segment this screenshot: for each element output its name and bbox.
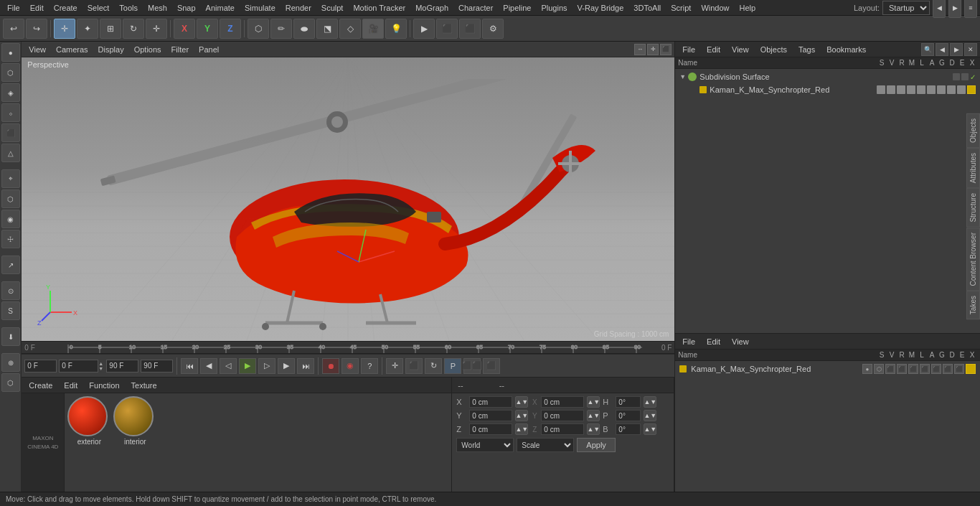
redo-btn[interactable]: ↪ (26, 19, 47, 39)
mat-texture-menu[interactable]: Texture (127, 380, 161, 390)
coord-z-btn[interactable]: ▲▼ (515, 423, 528, 435)
rotate-tool-btn[interactable]: ↻ (123, 19, 144, 39)
sidebar-mode-5[interactable]: △ (1, 144, 20, 162)
menu-snap[interactable]: Snap (173, 2, 200, 14)
next-key-btn[interactable]: ▷ (258, 358, 275, 374)
frame-up-btn[interactable]: ▲ (98, 361, 105, 366)
obj-status-heli-7[interactable] (937, 85, 946, 94)
spline-btn[interactable]: ✏ (270, 19, 292, 39)
sidebar-mode-0[interactable]: ● (1, 43, 20, 62)
viewport-panel-menu[interactable]: Panel (194, 44, 223, 55)
material-swatch-interior[interactable]: interior (113, 396, 156, 489)
sidebar-mode-9[interactable]: ☩ (1, 230, 20, 248)
render-view-btn[interactable]: ▶ (413, 19, 435, 39)
mat-create-menu[interactable]: Create (24, 380, 57, 390)
scene-icon-9[interactable]: ⬛ (954, 364, 964, 374)
coord-y-btn[interactable]: ▲▼ (515, 410, 528, 421)
viewport-corner-btn-3[interactable]: ⬛ (660, 44, 672, 55)
play-btn[interactable]: ▶ (239, 358, 256, 374)
sidebar-mode-14[interactable]: ⊕ (1, 353, 20, 372)
render-region-btn[interactable]: ⬛ (436, 19, 458, 39)
prev-frame-btn[interactable]: ◀ (200, 358, 217, 374)
undo-btn[interactable]: ↩ (3, 19, 24, 39)
obj-status-heli-8[interactable] (947, 85, 956, 94)
sidebar-mode-11[interactable]: ⊙ (1, 281, 20, 300)
edge-tab-takes[interactable]: Takes (966, 291, 980, 319)
prev-key-btn[interactable]: ◁ (220, 358, 237, 374)
menu-render[interactable]: Render (281, 2, 316, 14)
obj-close-icon[interactable]: ✕ (964, 43, 977, 56)
obj-status-heli-9[interactable] (957, 85, 966, 94)
sidebar-mode-8[interactable]: ◉ (1, 210, 20, 228)
coord-y-pos[interactable] (469, 410, 512, 421)
scene-edit-menu[interactable]: Edit (702, 337, 725, 347)
sidebar-mode-2[interactable]: ◈ (1, 83, 20, 102)
scene-icon-3[interactable]: ⬛ (885, 364, 895, 374)
obj-view-menu[interactable]: View (727, 44, 753, 55)
tl-tool-5[interactable]: ⬛⬛ (463, 358, 481, 374)
coord-scale-dropdown[interactable]: Scale (517, 438, 574, 452)
mat-function-menu[interactable]: Function (85, 380, 123, 390)
coord-b-angle-btn[interactable]: ▲▼ (644, 423, 656, 435)
viewport-display-menu[interactable]: Display (94, 44, 128, 55)
tl-tool-2[interactable]: ⬛ (405, 358, 423, 374)
timeline-end-frame-1[interactable] (106, 360, 138, 373)
sidebar-mode-15[interactable]: ⬡ (1, 373, 20, 392)
coord-z-pos2[interactable] (541, 423, 584, 435)
tl-tool-3[interactable]: ↻ (425, 358, 442, 374)
menu-simulate[interactable]: Simulate (240, 2, 280, 14)
layout-back-btn[interactable]: ◀ (933, 0, 946, 18)
axis-z-btn[interactable]: Z (220, 19, 241, 39)
scene-item-helicopter[interactable]: Kaman_K_Max_Synchropter_Red ● ⬡ ⬛ ⬛ ⬛ ⬛ … (677, 362, 979, 375)
select-tool-btn[interactable]: ✛ (54, 19, 75, 39)
axis-x-btn[interactable]: X (174, 19, 195, 39)
edge-tab-structure[interactable]: Structure (966, 188, 980, 228)
coord-world-dropdown[interactable]: World (456, 438, 514, 452)
next-frame-btn[interactable]: ▶ (278, 358, 295, 374)
coord-x-pos[interactable] (469, 396, 512, 408)
viewport-options-menu[interactable]: Options (130, 44, 166, 55)
obj-file-menu[interactable]: File (678, 44, 699, 55)
scene-yellow-icon[interactable] (966, 364, 976, 374)
obj-edit-menu[interactable]: Edit (702, 44, 725, 55)
coord-b-btn[interactable]: ▲▼ (587, 423, 600, 435)
scene-icon-4[interactable]: ⬛ (897, 364, 907, 374)
coord-h-angle[interactable] (616, 396, 641, 408)
obj-fwd-icon[interactable]: ▶ (950, 43, 963, 56)
edge-tab-content-browser[interactable]: Content Browser (966, 228, 980, 291)
tl-tool-4[interactable]: P (444, 358, 461, 374)
obj-item-subdivision[interactable]: ▼ Subdivision Surface ✓ (677, 70, 979, 83)
viewport-view-menu[interactable]: View (24, 44, 50, 55)
menu-sculpt[interactable]: Sculpt (317, 2, 348, 14)
sidebar-mode-13[interactable]: ⬇ (1, 327, 20, 346)
viewport-canvas[interactable]: X Y Z Perspective Grid Spacing : 1000 cm (22, 57, 674, 341)
axis-y-btn[interactable]: Y (197, 19, 218, 39)
obj-status-dot-2[interactable] (961, 73, 969, 80)
coord-b-angle[interactable] (616, 423, 641, 435)
tl-tool-1[interactable]: ✛ (386, 358, 403, 374)
obj-status-heli-5[interactable] (917, 85, 925, 94)
menu-mograph[interactable]: MoGraph (411, 2, 453, 14)
obj-search-icon[interactable]: 🔍 (921, 43, 934, 56)
obj-status-heli-6[interactable] (927, 85, 936, 94)
auto-keyframe-btn[interactable]: ◉ (341, 358, 359, 374)
material-swatch-exterior[interactable]: exterior (67, 396, 110, 489)
camera-btn[interactable]: 🎥 (362, 19, 384, 39)
obj-expand-arrow[interactable]: ▼ (679, 73, 685, 80)
render-all-btn[interactable]: ⬛ (459, 19, 481, 39)
edge-tab-attributes[interactable]: Attributes (966, 148, 980, 188)
edge-tab-objects[interactable]: Objects (966, 113, 980, 148)
deform-btn[interactable]: ⬔ (316, 19, 338, 39)
sidebar-mode-3[interactable]: ⬦ (1, 103, 20, 122)
scene-icon-1[interactable]: ● (862, 364, 872, 374)
viewport-corner-btn-1[interactable]: ↔ (634, 44, 646, 55)
keyframe-help-btn[interactable]: ? (361, 358, 378, 374)
coord-p-angle-btn[interactable]: ▲▼ (644, 410, 656, 421)
render-settings-btn[interactable]: ⚙ (482, 19, 504, 39)
sidebar-mode-12[interactable]: S (1, 301, 20, 320)
timeline-current-frame[interactable] (59, 360, 98, 373)
goto-start-btn[interactable]: ⏮ (181, 358, 198, 374)
nurbs-btn[interactable]: ⬬ (293, 19, 315, 39)
menu-select[interactable]: Select (83, 2, 114, 14)
timeline-end-frame-2[interactable] (141, 360, 173, 373)
